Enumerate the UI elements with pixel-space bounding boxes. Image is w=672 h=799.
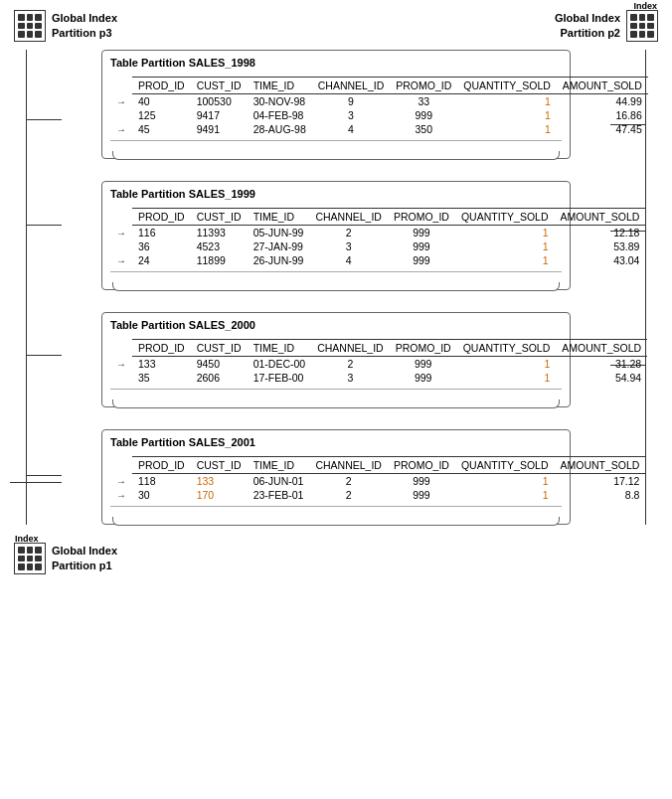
time-id-cell: 28-AUG-98 [248, 122, 312, 136]
promo-id-cell: 999 [388, 474, 455, 489]
left-conn-2001b [10, 482, 62, 483]
time-id-cell: 01-DEC-00 [248, 357, 312, 372]
partition-title-1999: Table Partition SALES_1999 [110, 188, 562, 200]
time-id-cell: 26-JUN-99 [248, 253, 310, 267]
header-row-2000: PROD_ID CUST_ID TIME_ID CHANNEL_ID PROMO… [110, 340, 647, 357]
th-promo-1998: PROMO_ID [390, 78, 457, 94]
arrow-cell: → [110, 226, 132, 240]
partition-box-1999: Table Partition SALES_1999 PROD_ID CUST_… [101, 181, 571, 290]
index-label-p2: Index [633, 1, 657, 11]
th-qty-1998: QUANTITY_SOLD [457, 78, 557, 94]
partition-title-1998: Table Partition SALES_1998 [110, 57, 562, 69]
amt-sold-cell: 16.86 [557, 108, 648, 122]
amt-sold-cell: 8.8 [554, 488, 645, 502]
amt-sold-cell: 44.99 [557, 94, 648, 109]
th-amt: AMOUNT_SOLD [554, 209, 645, 226]
partition-title-2001: Table Partition SALES_2001 [110, 436, 562, 448]
th-channel: CHANNEL_ID [309, 209, 388, 226]
global-index-p2: Index Global Index Partition p2 [555, 10, 658, 42]
gi-p3-label: Global Index Partition p3 [52, 11, 117, 42]
top-row: Global Index Partition p3 Index Global I… [10, 10, 662, 42]
cust-id-cell: 100530 [191, 94, 248, 109]
right-arrow-icon: → [116, 359, 126, 370]
channel-id-cell: 3 [309, 240, 388, 253]
page-container: Global Index Partition p3 Index Global I… [0, 0, 672, 799]
time-id-cell: 23-FEB-01 [248, 488, 310, 502]
promo-id-cell: 999 [388, 240, 455, 253]
promo-id-cell: 999 [390, 357, 457, 372]
header-row-1999: PROD_ID CUST_ID TIME_ID CHANNEL_ID PROMO… [110, 209, 645, 226]
global-index-p1: Index Global Index Partition p1 [14, 543, 117, 574]
th-prod: PROD_ID [132, 340, 191, 357]
table-row: → 30 170 23-FEB-01 2 999 1 8.8 [110, 488, 645, 502]
right-arrow-icon: → [116, 228, 126, 239]
arrow-cell: → [110, 357, 132, 372]
right-arrow-icon: → [116, 124, 126, 135]
promo-id-cell: 999 [388, 488, 455, 502]
right-arrow-icon: → [116, 490, 126, 501]
qty-sold-cell: 1 [457, 94, 557, 109]
cust-id-cell: 170 [191, 488, 248, 502]
amt-sold-cell: 31.28 [556, 357, 647, 372]
prod-id-cell: 133 [132, 357, 191, 372]
partition-box-1998: Table Partition SALES_1998 PROD_ID CUST_… [101, 50, 571, 159]
promo-id-cell: 350 [390, 122, 457, 136]
prod-id-cell: 118 [132, 474, 191, 489]
global-index-p3: Global Index Partition p3 [14, 10, 117, 42]
left-horiz-conn-1999 [26, 225, 62, 226]
cust-id-cell: 9417 [191, 108, 248, 122]
th-amt: AMOUNT_SOLD [556, 340, 647, 357]
promo-id-cell: 33 [390, 94, 457, 109]
qty-sold-cell: 1 [457, 108, 557, 122]
cust-id-cell: 2606 [191, 371, 248, 385]
th-time: TIME_ID [248, 457, 310, 474]
amt-sold-cell: 54.94 [556, 371, 647, 385]
channel-id-cell: 2 [309, 226, 388, 240]
cust-id-cell: 9491 [191, 122, 248, 136]
prod-id-cell: 125 [132, 108, 191, 122]
header-row-1998: PROD_ID CUST_ID TIME_ID CHANNEL_ID PROMO… [110, 78, 648, 94]
left-conn-2001a [26, 475, 62, 476]
data-table-1999: PROD_ID CUST_ID TIME_ID CHANNEL_ID PROMO… [110, 208, 645, 267]
left-conn-1 [26, 119, 62, 120]
table-row: → 118 133 06-JUN-01 2 999 1 17.12 [110, 474, 645, 489]
table-row: → 40 100530 30-NOV-98 9 33 1 44.99 [110, 94, 648, 109]
th-arrow-1998 [110, 78, 132, 94]
bottom-row: Index Global Index Partition p1 [10, 543, 662, 574]
promo-id-cell: 999 [390, 108, 457, 122]
time-id-cell: 27-JAN-99 [248, 240, 310, 253]
qty-sold-cell: 1 [457, 357, 557, 372]
th-qty: QUANTITY_SOLD [455, 209, 555, 226]
partition-1998: Table Partition SALES_1998 PROD_ID CUST_… [62, 50, 610, 159]
promo-id-cell: 999 [388, 226, 455, 240]
amt-sold-cell: 12.18 [554, 226, 645, 240]
arrow-cell: → [110, 474, 132, 489]
th-cust: CUST_ID [191, 340, 248, 357]
prod-id-cell: 36 [132, 240, 191, 253]
cust-id-cell: 9450 [191, 357, 248, 372]
gi-p1-label: Global Index Partition p1 [52, 544, 117, 574]
arrow-cell: → [110, 94, 132, 109]
qty-sold-cell: 1 [455, 474, 555, 489]
right-arrow-icon: → [116, 255, 126, 266]
table-row: → 45 9491 28-AUG-98 4 350 1 47.45 [110, 122, 648, 136]
partition-title-2000: Table Partition SALES_2000 [110, 319, 562, 331]
data-table-1998: PROD_ID CUST_ID TIME_ID CHANNEL_ID PROMO… [110, 77, 648, 136]
prod-id-cell: 30 [132, 488, 191, 502]
th-prod: PROD_ID [132, 457, 191, 474]
th-channel: CHANNEL_ID [309, 457, 388, 474]
cust-id-cell: 133 [191, 474, 248, 489]
channel-id-cell: 2 [309, 474, 388, 489]
th-time: TIME_ID [248, 340, 312, 357]
prod-id-cell: 45 [132, 122, 191, 136]
th-promo: PROMO_ID [390, 340, 457, 357]
data-table-2001: PROD_ID CUST_ID TIME_ID CHANNEL_ID PROMO… [110, 456, 645, 502]
qty-sold-cell: 1 [455, 253, 555, 267]
prod-id-cell: 35 [132, 371, 191, 385]
index-label-p1: Index [15, 534, 39, 544]
time-id-cell: 05-JUN-99 [248, 226, 310, 240]
gi-p2-label: Global Index Partition p2 [555, 11, 620, 42]
arrow-cell [110, 371, 132, 385]
amt-sold-cell: 53.89 [554, 240, 645, 253]
arrow-cell: → [110, 488, 132, 502]
